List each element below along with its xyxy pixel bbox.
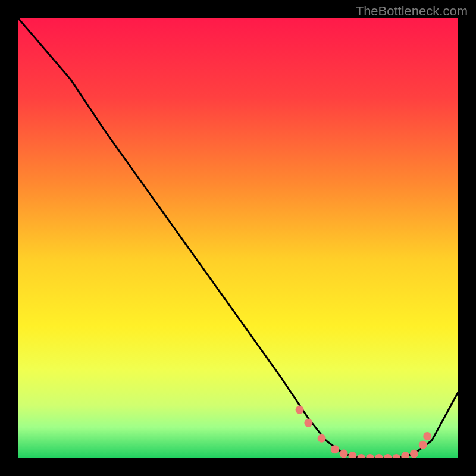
chart-background bbox=[18, 18, 458, 458]
marker-dot bbox=[296, 406, 304, 414]
marker-dot bbox=[419, 441, 427, 449]
marker-dot bbox=[304, 419, 312, 427]
marker-dot bbox=[410, 450, 418, 458]
marker-dot bbox=[318, 434, 326, 443]
marker-dot bbox=[423, 432, 431, 440]
watermark-text: TheBottleneck.com bbox=[356, 4, 468, 19]
marker-dot bbox=[340, 450, 348, 458]
chart-svg bbox=[18, 18, 458, 458]
chart-plot-area bbox=[18, 18, 458, 458]
marker-dot bbox=[331, 445, 339, 453]
